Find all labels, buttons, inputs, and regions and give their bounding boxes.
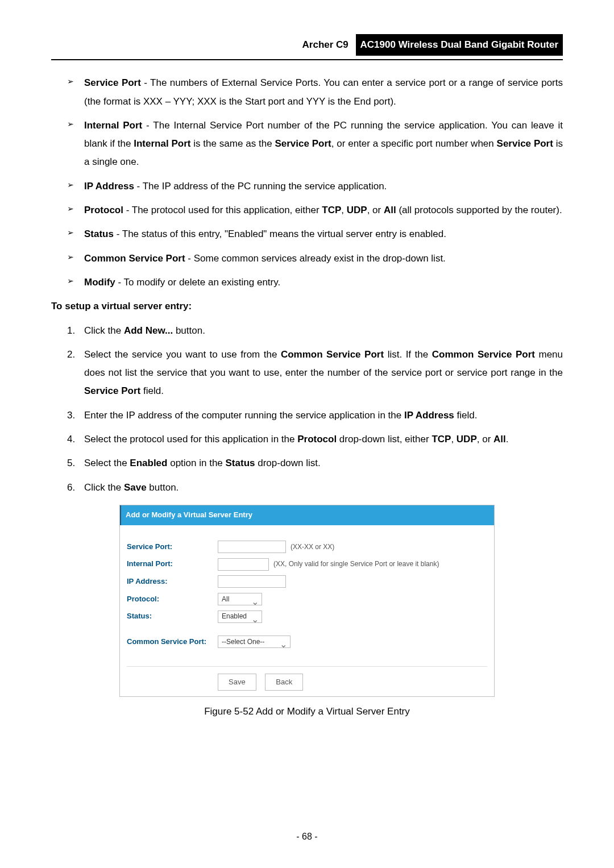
- row-protocol: Protocol: All: [127, 592, 487, 607]
- input-ip-address[interactable]: [218, 575, 286, 588]
- select-protocol[interactable]: All: [218, 593, 262, 605]
- select-common-service-port[interactable]: --Select One--: [218, 636, 291, 648]
- select-status[interactable]: Enabled: [218, 610, 262, 623]
- label-service-port: Service Port:: [127, 540, 218, 554]
- bullet-internal-port: Internal Port - The Internal Service Por…: [67, 117, 563, 172]
- row-status: Status: Enabled: [127, 609, 487, 624]
- row-ip-address: IP Address:: [127, 575, 487, 589]
- hint-service-port: (XX-XX or XX): [291, 541, 334, 554]
- bullet-modify: Modify - To modify or delete an existing…: [67, 273, 563, 292]
- header-model: Archer C9: [302, 39, 353, 50]
- step-4: 4.Select the protocol used for this appl…: [67, 430, 563, 448]
- input-internal-port[interactable]: [218, 558, 269, 571]
- bullet-service-port: Service Port - The numbers of External S…: [67, 74, 563, 111]
- step-3: 3.Enter the IP address of the computer r…: [67, 406, 563, 425]
- row-internal-port: Internal Port: (XX, Only valid for singl…: [127, 557, 487, 571]
- bullet-ip-address: IP Address - The IP address of the PC ru…: [67, 177, 563, 196]
- form-divider: [127, 666, 487, 667]
- label-internal-port: Internal Port:: [127, 557, 218, 571]
- label-protocol: Protocol:: [127, 592, 218, 607]
- step-2: 2.Select the service you want to use fro…: [67, 346, 563, 401]
- save-button[interactable]: Save: [218, 674, 256, 691]
- virtual-server-form: Add or Modify a Virtual Server Entry Ser…: [119, 505, 495, 697]
- form-title: Add or Modify a Virtual Server Entry: [120, 505, 494, 525]
- definition-list: Service Port - The numbers of External S…: [51, 74, 563, 292]
- bullet-status: Status - The status of this entry, "Enab…: [67, 225, 563, 243]
- bullet-protocol: Protocol - The protocol used for this ap…: [67, 201, 563, 219]
- row-service-port: Service Port: (XX-XX or XX): [127, 540, 487, 554]
- form-buttons: Save Back: [127, 674, 487, 691]
- label-ip-address: IP Address:: [127, 575, 218, 589]
- step-6: 6.Click the Save button.: [67, 479, 563, 497]
- figure-container: Add or Modify a Virtual Server Entry Ser…: [51, 505, 563, 721]
- page-header: Archer C9 AC1900 Wireless Dual Band Giga…: [51, 34, 563, 60]
- hint-internal-port: (XX, Only valid for single Service Port …: [273, 558, 439, 571]
- back-button[interactable]: Back: [265, 674, 303, 691]
- label-status: Status:: [127, 609, 218, 624]
- row-common-service-port: Common Service Port: --Select One--: [127, 635, 487, 649]
- label-common-service-port: Common Service Port:: [127, 635, 218, 649]
- page-number: - 68 -: [0, 828, 614, 845]
- figure-caption: Figure 5-52 Add or Modify a Virtual Serv…: [51, 703, 563, 721]
- input-service-port[interactable]: [218, 541, 286, 553]
- bullet-common-service-port: Common Service Port - Some common servic…: [67, 250, 563, 268]
- step-1: 1.Click the Add New... button.: [67, 322, 563, 340]
- step-5: 5.Select the Enabled option in the Statu…: [67, 454, 563, 472]
- setup-steps: 1.Click the Add New... button. 2.Select …: [51, 322, 563, 497]
- setup-heading: To setup a virtual server entry:: [51, 297, 563, 315]
- header-title: AC1900 Wireless Dual Band Gigabit Router: [356, 34, 563, 56]
